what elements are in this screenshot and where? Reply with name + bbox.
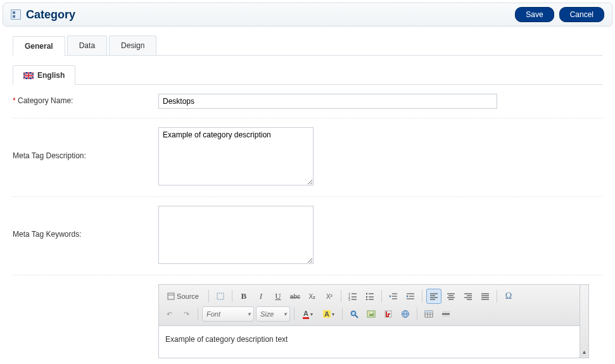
undo-button[interactable]: ↶ — [162, 306, 177, 322]
svg-text:3: 3 — [348, 298, 350, 301]
superscript-button[interactable]: X² — [322, 289, 337, 304]
meta-description-textarea[interactable]: Example of category description — [158, 127, 314, 185]
horizontal-rule-button[interactable] — [438, 306, 453, 322]
italic-button[interactable]: I — [253, 289, 269, 304]
redo-button[interactable]: ↷ — [179, 306, 194, 322]
subscript-button[interactable]: X₂ — [305, 289, 320, 304]
main-tabs: General Data Design — [13, 35, 602, 56]
meta-description-label: Meta Tag Description: — [13, 127, 158, 160]
svg-rect-5 — [168, 293, 174, 299]
selectall-button[interactable] — [213, 289, 228, 304]
rich-text-editor: Source B I U abc X₂ X² 123 — [158, 284, 589, 358]
svg-rect-59 — [425, 311, 433, 313]
description-label — [13, 284, 158, 287]
svg-marker-23 — [390, 295, 391, 298]
editor-toolbar: Source B I U abc X₂ X² 123 — [159, 285, 588, 326]
svg-marker-27 — [407, 295, 409, 298]
find-button[interactable] — [346, 306, 362, 322]
category-name-label: * Category Name: — [13, 94, 158, 105]
uk-flag-icon — [23, 72, 34, 79]
indent-button[interactable] — [403, 289, 418, 304]
meta-keywords-textarea[interactable] — [158, 206, 314, 264]
category-icon — [11, 9, 21, 20]
language-tab-label: English — [37, 71, 65, 80]
align-right-button[interactable] — [460, 289, 476, 304]
outdent-button[interactable] — [386, 289, 401, 304]
svg-point-45 — [352, 312, 355, 315]
category-name-input[interactable] — [158, 94, 497, 109]
bg-color-button[interactable]: A▾ — [319, 306, 338, 322]
align-justify-button[interactable] — [478, 289, 493, 304]
text-color-button[interactable]: A▾ — [298, 306, 317, 322]
strikethrough-button[interactable]: abc — [288, 289, 303, 304]
svg-point-14 — [366, 293, 367, 294]
save-button[interactable]: Save — [515, 7, 554, 22]
special-char-button[interactable]: Ω — [501, 289, 516, 304]
flash-button[interactable] — [381, 306, 396, 322]
svg-point-18 — [366, 299, 367, 300]
svg-rect-4 — [23, 75, 34, 76]
bold-button[interactable]: B — [236, 289, 251, 304]
ordered-list-button[interactable]: 123 — [345, 289, 360, 304]
unordered-list-button[interactable] — [362, 289, 377, 304]
page-title: Category — [26, 8, 75, 22]
meta-keywords-label: Meta Tag Keywords: — [13, 206, 158, 239]
align-left-button[interactable] — [426, 289, 441, 304]
font-select[interactable]: Font — [202, 306, 254, 322]
language-tabs: English — [13, 65, 602, 85]
tab-data[interactable]: Data — [67, 35, 107, 55]
svg-point-16 — [366, 296, 367, 298]
tab-general[interactable]: General — [13, 36, 65, 56]
svg-point-49 — [369, 312, 370, 313]
underline-button[interactable]: U — [270, 289, 286, 304]
tab-design[interactable]: Design — [109, 35, 156, 55]
editor-content-area[interactable]: Example of category description text — [159, 326, 588, 358]
svg-rect-7 — [217, 293, 224, 299]
image-button[interactable] — [364, 306, 379, 322]
link-button[interactable] — [398, 306, 413, 322]
align-center-button[interactable] — [443, 289, 459, 304]
table-button[interactable] — [421, 306, 436, 322]
language-tab-english[interactable]: English — [13, 65, 75, 85]
cancel-button[interactable]: Cancel — [559, 7, 604, 22]
source-button[interactable]: Source — [162, 289, 205, 304]
size-select[interactable]: Size — [256, 306, 290, 322]
svg-line-46 — [355, 315, 358, 318]
toolbar-collapse-button[interactable]: ▲ — [580, 285, 588, 358]
